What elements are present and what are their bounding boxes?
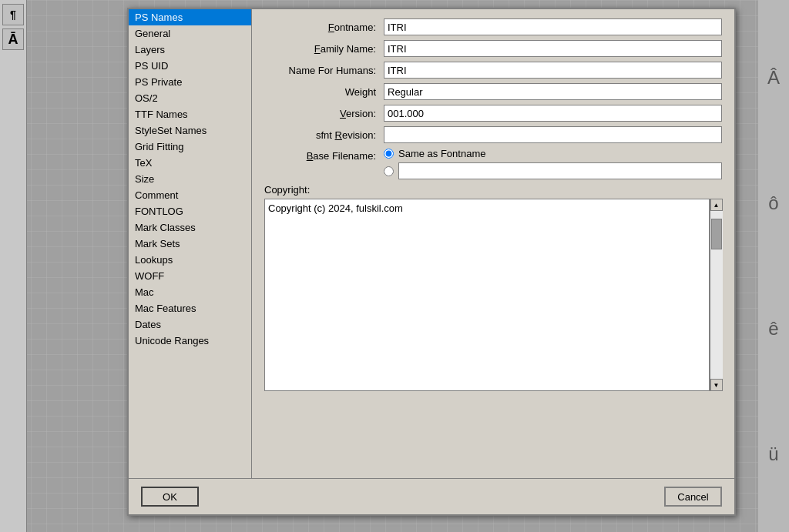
tool-icon-1[interactable]: ¶ — [2, 4, 24, 25]
font-info-dialog: PS Names General Layers PS UID PS Privat… — [127, 8, 736, 516]
sidebar-item-general[interactable]: General — [129, 25, 251, 42]
sidebar-item-unicode-ranges[interactable]: Unicode Ranges — [129, 333, 251, 349]
sidebar-item-ps-uid[interactable]: PS UID — [129, 58, 251, 74]
weight-row: Weight — [264, 83, 722, 100]
tool-panel: ¶ Ā — [0, 0, 27, 532]
scroll-up-btn[interactable]: ▲ — [710, 199, 723, 211]
family-name-label: Family Name: — [264, 43, 384, 55]
sidebar-item-mac[interactable]: Mac — [129, 284, 251, 300]
fontname-row: Fontname: — [264, 18, 722, 35]
same-as-fontname-label-text: Same as Fontname — [398, 148, 485, 159]
weight-input[interactable] — [384, 83, 722, 100]
dialog-body: PS Names General Layers PS UID PS Privat… — [129, 9, 734, 478]
char-u-umlaut: ü — [768, 443, 778, 465]
base-filename-options: Same as Fontname — [384, 148, 722, 179]
sidebar-item-ps-names[interactable]: PS Names — [129, 9, 251, 25]
sidebar-item-ps-private[interactable]: PS Private — [129, 74, 251, 90]
sidebar-item-lookups[interactable]: Lookups — [129, 252, 251, 268]
version-input[interactable] — [384, 105, 722, 122]
version-label: Version: — [264, 108, 384, 119]
sidebar: PS Names General Layers PS UID PS Privat… — [129, 9, 252, 478]
sidebar-item-styleset-names[interactable]: StyleSet Names — [129, 122, 251, 139]
fontname-label: Fontname: — [264, 22, 384, 33]
custom-filename-radio[interactable] — [384, 166, 394, 176]
custom-filename-input[interactable] — [398, 162, 722, 179]
version-row: Version: — [264, 105, 722, 122]
dialog-footer: OK Cancel — [129, 478, 734, 514]
family-name-row: Family Name: — [264, 40, 722, 57]
sidebar-item-size[interactable]: Size — [129, 171, 251, 187]
custom-filename-row — [384, 162, 722, 179]
sidebar-item-woff[interactable]: WOFF — [129, 268, 251, 284]
copyright-textarea[interactable]: Copyright (c) 2024, fulskil.com — [264, 199, 710, 391]
same-as-fontname-radio[interactable] — [384, 149, 394, 159]
sfnt-revision-row: sfnt Revision: — [264, 126, 722, 143]
name-for-humans-label: Name For Humans: — [264, 65, 384, 76]
sidebar-item-os2[interactable]: OS/2 — [129, 90, 251, 106]
fontname-input[interactable] — [384, 18, 722, 35]
sidebar-item-mac-features[interactable]: Mac Features — [129, 300, 251, 316]
cancel-button[interactable]: Cancel — [664, 487, 722, 507]
weight-label: Weight — [264, 86, 384, 98]
char-e-hat: ê — [768, 318, 778, 340]
copyright-section: Copyright: Copyright (c) 2024, fulskil.c… — [264, 184, 722, 391]
scroll-track — [710, 211, 723, 379]
sfnt-revision-input[interactable] — [384, 126, 722, 143]
name-for-humans-row: Name For Humans: — [264, 62, 722, 79]
copyright-label: Copyright: — [264, 184, 722, 196]
sidebar-item-layers[interactable]: Layers — [129, 42, 251, 58]
name-for-humans-input[interactable] — [384, 62, 722, 79]
copyright-scrollbar[interactable]: ▲ ▼ — [710, 199, 722, 391]
sfnt-revision-label: sfnt Revision: — [264, 129, 384, 141]
same-as-fontname-row: Same as Fontname — [384, 148, 722, 159]
scroll-thumb[interactable] — [711, 219, 722, 249]
side-characters: Â ô ê ü — [758, 0, 789, 532]
sidebar-item-fontlog[interactable]: FONTLOG — [129, 203, 251, 219]
copyright-textarea-wrapper: Copyright (c) 2024, fulskil.com ▲ ▼ — [264, 199, 722, 391]
char-O-hat: ô — [768, 192, 778, 214]
sidebar-item-tex[interactable]: TeX — [129, 155, 251, 171]
sidebar-item-ttf-names[interactable]: TTF Names — [129, 106, 251, 122]
scroll-down-btn[interactable]: ▼ — [710, 379, 723, 391]
tool-icon-2[interactable]: Ā — [2, 28, 24, 50]
char-A-hat: Â — [767, 67, 780, 89]
family-name-input[interactable] — [384, 40, 722, 57]
ok-button[interactable]: OK — [141, 487, 199, 507]
sidebar-item-mark-sets[interactable]: Mark Sets — [129, 236, 251, 252]
base-filename-row: Base Filename: Same as Fontname — [264, 148, 722, 179]
base-filename-label: Base Filename: — [264, 148, 384, 162]
sidebar-item-grid-fitting[interactable]: Grid Fitting — [129, 139, 251, 155]
main-form: Fontname: Family Name: Name For Humans: — [252, 9, 734, 478]
sidebar-item-dates[interactable]: Dates — [129, 316, 251, 333]
sidebar-item-comment[interactable]: Comment — [129, 187, 251, 203]
sidebar-item-mark-classes[interactable]: Mark Classes — [129, 219, 251, 236]
